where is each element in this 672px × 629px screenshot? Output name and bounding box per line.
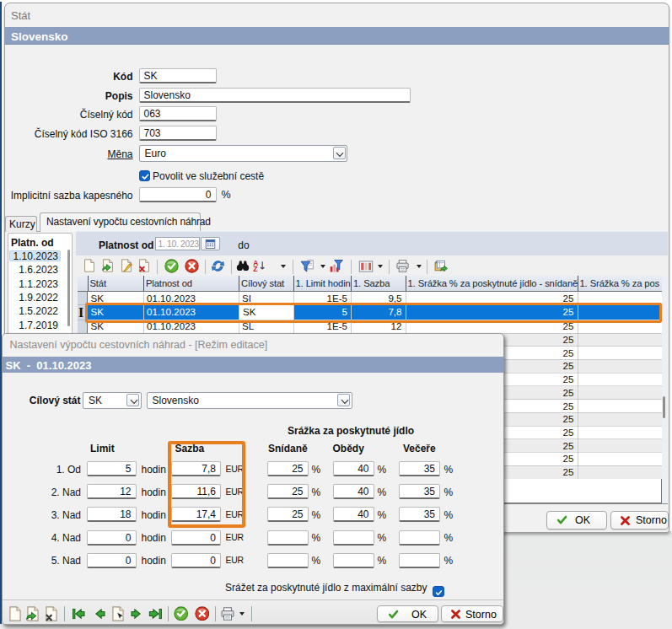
svg-text:Z: Z xyxy=(253,265,257,272)
